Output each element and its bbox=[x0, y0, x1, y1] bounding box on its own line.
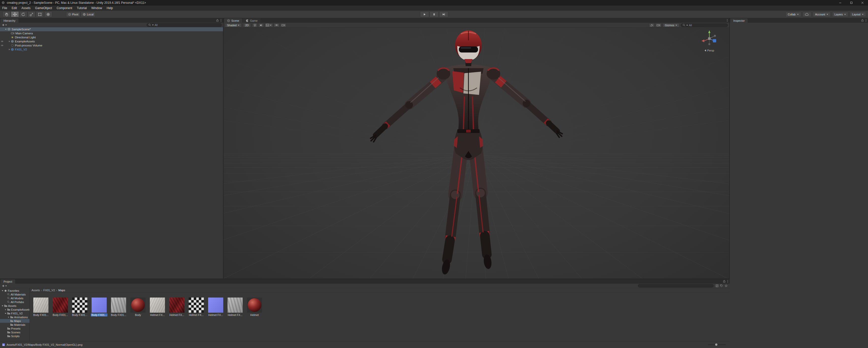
axis-gizmo-icon[interactable] bbox=[701, 30, 718, 48]
collapse-arrow[interactable] bbox=[4, 28, 7, 30]
scale-tool-button[interactable] bbox=[28, 11, 36, 17]
menu-gameobject[interactable]: GameObject bbox=[33, 6, 54, 10]
transform-tool-button[interactable] bbox=[44, 11, 52, 17]
panel-menu-icon[interactable] bbox=[727, 19, 728, 22]
tab-scene[interactable]: Scene bbox=[224, 19, 242, 23]
space-toggle-button[interactable]: Local bbox=[81, 12, 95, 17]
visibility-gutter[interactable] bbox=[0, 45, 4, 47]
project-create-menu-button[interactable] bbox=[1, 285, 8, 287]
audio-toggle-button[interactable] bbox=[258, 23, 264, 27]
hierarchy-item-exampleassets[interactable]: ExampleAssets bbox=[0, 39, 223, 44]
project-tree-item-materials[interactable]: Materials bbox=[0, 323, 30, 326]
lock-icon[interactable] bbox=[723, 280, 725, 283]
project-tree-item-all-models[interactable]: All Models bbox=[0, 296, 30, 300]
layout-button[interactable]: Layout bbox=[850, 12, 866, 17]
scene-search-field[interactable]: All bbox=[681, 24, 728, 27]
menu-help[interactable]: Help bbox=[104, 6, 115, 10]
asset-body-fx01-0[interactable]: Body FX01... bbox=[33, 297, 49, 316]
hand-tool-button[interactable] bbox=[2, 11, 10, 17]
account-button[interactable]: Account bbox=[813, 12, 831, 17]
scene-viewport[interactable]: Persp bbox=[223, 28, 729, 279]
hierarchy-item-post-process-volume[interactable]: Post-process Volume bbox=[0, 44, 223, 48]
project-tree-item-favorites[interactable]: Favorites bbox=[0, 289, 30, 292]
close-button[interactable] bbox=[857, 0, 868, 5]
move-tool-button[interactable] bbox=[11, 11, 19, 17]
play-button[interactable] bbox=[420, 11, 429, 17]
character-model[interactable] bbox=[371, 31, 562, 275]
lock-icon[interactable] bbox=[216, 19, 219, 22]
asset-body-fx01-2[interactable]: Body FX01... bbox=[72, 297, 87, 316]
projection-toggle[interactable]: Persp bbox=[698, 49, 721, 52]
panel-menu-icon[interactable] bbox=[866, 19, 867, 22]
expand-arrow[interactable] bbox=[7, 49, 11, 51]
scene-viewport-canvas[interactable] bbox=[223, 28, 729, 279]
asset-helmet-fx-8[interactable]: Helmet FX... bbox=[189, 297, 204, 316]
project-tree-item-presets[interactable]: Presets bbox=[0, 326, 30, 330]
asset-body-fx01-4[interactable]: Body FX01... bbox=[111, 297, 126, 316]
hierarchy-item-main-camera[interactable]: Main Camera bbox=[0, 31, 223, 35]
panel-menu-icon[interactable] bbox=[727, 280, 728, 283]
menu-assets[interactable]: Assets bbox=[19, 6, 33, 10]
asset-helmet-fx-7[interactable]: Helmet FX... bbox=[169, 297, 184, 316]
expand-arrow[interactable] bbox=[7, 40, 11, 42]
rotate-tool-button[interactable] bbox=[19, 11, 27, 17]
hierarchy-item-directional-light[interactable]: Directional Light bbox=[0, 35, 223, 39]
menu-component[interactable]: Component bbox=[54, 6, 74, 10]
asset-helmet-fx-6[interactable]: Helmet FX... bbox=[150, 297, 165, 316]
tab-hierarchy[interactable]: Hierarchy bbox=[0, 19, 19, 23]
hierarchy-search-field[interactable]: All bbox=[147, 23, 222, 27]
effects-toggle-button[interactable] bbox=[265, 23, 273, 27]
menu-window[interactable]: Window bbox=[89, 6, 104, 10]
cloud-button[interactable] bbox=[803, 12, 811, 17]
collapse-arrow[interactable] bbox=[4, 312, 7, 314]
project-tree-item-maps[interactable]: Maps bbox=[0, 319, 30, 323]
shading-mode-dropdown[interactable]: Shaded bbox=[225, 23, 242, 27]
menu-edit[interactable]: Edit bbox=[9, 6, 19, 10]
favorite-star-button[interactable] bbox=[725, 284, 727, 287]
asset-body-fx01-1[interactable]: Body FX01... bbox=[53, 297, 68, 316]
asset-body-fx01-3[interactable]: Body FX01... bbox=[92, 297, 107, 316]
asset-helmet-11[interactable]: Helmet bbox=[247, 297, 262, 316]
camera-toggle-button[interactable] bbox=[280, 23, 286, 27]
camera-button[interactable] bbox=[655, 23, 661, 27]
minimize-button[interactable] bbox=[835, 0, 846, 5]
project-tree-item-all-materials[interactable]: All Materials bbox=[0, 292, 30, 296]
collab-button[interactable]: Collab bbox=[785, 12, 801, 17]
expand-arrow[interactable] bbox=[7, 316, 10, 318]
breadcrumb-assets[interactable]: Assets bbox=[32, 289, 40, 292]
tab-inspector[interactable]: Inspector bbox=[730, 19, 748, 23]
project-tree-item-animations[interactable]: Animations bbox=[0, 315, 30, 319]
create-menu-button[interactable] bbox=[1, 24, 8, 26]
project-tree-item-scripts[interactable]: Scripts bbox=[0, 334, 30, 338]
step-button[interactable] bbox=[439, 11, 448, 17]
collapse-arrow[interactable] bbox=[1, 290, 4, 292]
expand-arrow[interactable] bbox=[4, 309, 7, 311]
rect-tool-button[interactable] bbox=[36, 11, 44, 17]
panel-menu-icon[interactable] bbox=[220, 19, 221, 22]
visibility-gutter[interactable] bbox=[0, 40, 4, 42]
project-tree-item-exampleassets[interactable]: ExampleAssets bbox=[0, 308, 30, 311]
hierarchy-item-fx01-v2[interactable]: FX01_V2 bbox=[0, 48, 223, 52]
lighting-toggle-button[interactable] bbox=[252, 23, 257, 27]
orientation-gizmo[interactable]: Persp bbox=[698, 30, 721, 52]
lock-icon[interactable] bbox=[861, 19, 864, 22]
project-tree-item-assets[interactable]: Assets bbox=[0, 304, 30, 308]
thumbnail-size-slider[interactable] bbox=[708, 343, 726, 346]
pivot-toggle-button[interactable]: Pivot bbox=[66, 12, 80, 17]
maximize-button[interactable] bbox=[846, 0, 857, 5]
collapse-arrow[interactable] bbox=[1, 305, 4, 307]
asset-helmet-fx-10[interactable]: Helmet FX... bbox=[227, 297, 243, 316]
layers-button[interactable]: Layers bbox=[832, 12, 848, 17]
menu-tutorial[interactable]: Tutorial bbox=[74, 6, 89, 10]
asset-helmet-fx-9[interactable]: Helmet FX... bbox=[208, 297, 223, 316]
hierarchy-item-samplescene[interactable]: SampleScene* bbox=[0, 27, 223, 31]
project-search-input[interactable] bbox=[638, 284, 714, 287]
slider-thumb[interactable] bbox=[715, 344, 717, 346]
visibility-toggle-button[interactable] bbox=[274, 23, 279, 27]
project-tree-item-scenes[interactable]: Scenes bbox=[0, 330, 30, 334]
tab-game[interactable]: Game bbox=[243, 19, 260, 23]
search-by-type-button[interactable] bbox=[716, 284, 718, 287]
pause-button[interactable] bbox=[430, 11, 439, 17]
search-by-label-button[interactable] bbox=[720, 284, 723, 287]
gizmos-dropdown[interactable]: Gizmos bbox=[663, 23, 679, 27]
